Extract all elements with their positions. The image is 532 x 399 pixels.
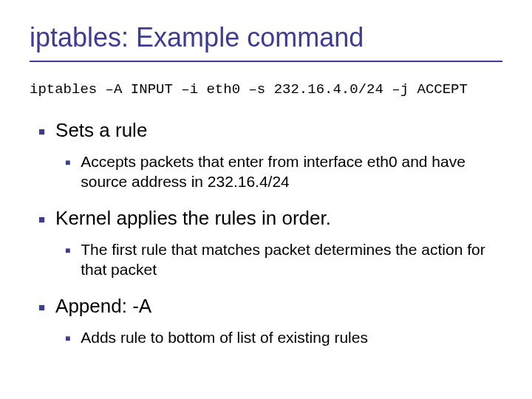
square-bullet-icon: ■ <box>65 157 70 168</box>
list-item: ■ Append: -A ■ Adds rule to bottom of li… <box>38 294 502 347</box>
square-bullet-icon: ■ <box>65 333 70 344</box>
square-bullet-icon: ■ <box>38 301 45 313</box>
bullet-list: ■ Sets a rule ■ Accepts packets that ent… <box>30 118 502 347</box>
list-item: ■ Adds rule to bottom of list of existin… <box>65 327 502 347</box>
sub-bullet-text: Adds rule to bottom of list of existing … <box>81 327 368 347</box>
list-item: ■ Kernel applies the rules in order. ■ T… <box>38 206 502 279</box>
sub-bullet-text: Accepts packets that enter from interfac… <box>81 151 502 192</box>
list-item: ■ Sets a rule ■ Accepts packets that ent… <box>38 118 502 191</box>
square-bullet-icon: ■ <box>65 245 70 256</box>
command-line: iptables –A INPUT –i eth0 –s 232.16.4.0/… <box>30 81 502 98</box>
sub-bullet-text: The first rule that matches packet deter… <box>81 239 502 280</box>
square-bullet-icon: ■ <box>38 125 45 137</box>
title-divider <box>30 61 502 62</box>
bullet-text: Append: -A <box>55 294 151 318</box>
square-bullet-icon: ■ <box>38 213 45 225</box>
list-item: ■ The first rule that matches packet det… <box>65 239 502 280</box>
bullet-text: Sets a rule <box>55 118 147 143</box>
slide-title: iptables: Example command <box>30 22 502 53</box>
bullet-text: Kernel applies the rules in order. <box>55 206 331 231</box>
list-item: ■ Accepts packets that enter from interf… <box>65 151 502 192</box>
